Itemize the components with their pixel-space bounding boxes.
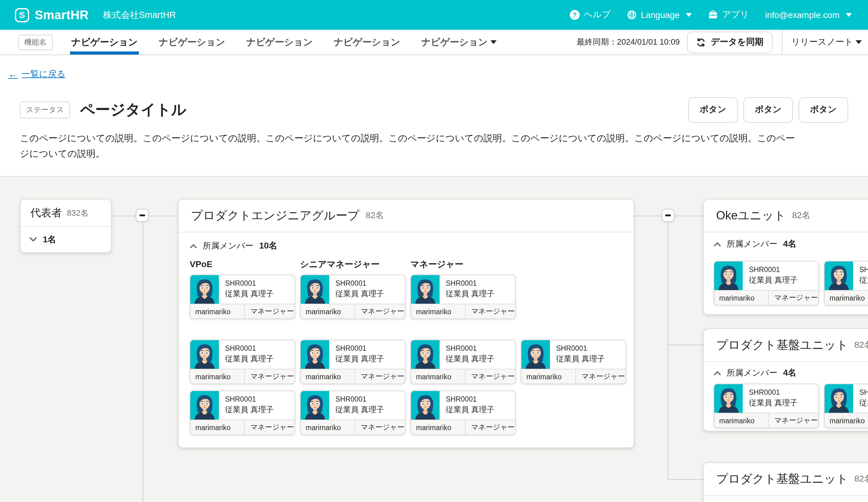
member-card-row: SHR0001 従業員 真理子 marimariko マネージャー (714, 261, 868, 305)
member-card-footer: marimariko マネージャー (411, 304, 515, 318)
member-avatar-illustration (714, 384, 743, 413)
chevron-up-icon (190, 243, 197, 249)
members-section-label: 所属メンバー (727, 367, 777, 379)
member-avatar-illustration (825, 384, 853, 413)
group-title-row: プロダクト基盤ユニット 82名 (704, 463, 868, 496)
help-menu-item[interactable]: ? ヘルプ (569, 9, 610, 20)
member-card[interactable]: SHR0001 従業員 真理子 marimariko マネージャー (300, 390, 405, 435)
member-code: SHR0001 (335, 345, 384, 352)
org-node-expand-toggle[interactable]: 1名 (20, 227, 111, 252)
member-meta: SHR0001 従業員 真理子 (219, 275, 274, 304)
connector-line (668, 479, 704, 480)
member-card[interactable]: SHR0001 従業員 真理子 marimariko マネージャー (411, 390, 516, 435)
connector-line (674, 216, 703, 216)
member-username: marimariko (825, 414, 868, 428)
member-card-row-3: SHR0001 従業員 真理子 marimariko マネージャー (190, 390, 516, 435)
smarthr-logo[interactable]: S SmartHR 株式会社SmartHR (15, 8, 176, 22)
member-card-top: SHR0001 従業員 真理子 (190, 340, 294, 369)
header-utility-menu: ? ヘルプ Language アプリ (569, 9, 852, 20)
member-name: 従業員 真理子 (335, 405, 384, 415)
nav-item-4[interactable]: ナビゲーション (333, 30, 402, 54)
group-title: プロダクト基盤ユニット (716, 337, 848, 353)
member-code: SHR0001 (446, 395, 495, 403)
member-name: 従業員 真理子 (749, 275, 798, 286)
member-card[interactable]: SHR0001 従業員 真理子 marimariko マネージャー (190, 390, 295, 435)
members-section-toggle[interactable]: 所属メンバー 4名 (714, 367, 797, 379)
refresh-icon (696, 38, 706, 47)
help-icon: ? (569, 10, 579, 20)
release-notes-dropdown[interactable]: リリースノート (792, 36, 862, 48)
nav-item-3[interactable]: ナビゲーション (245, 30, 314, 54)
apps-menu-item[interactable]: アプリ (708, 9, 749, 20)
members-section-count: 4名 (783, 239, 797, 250)
member-card[interactable]: SHR0001 従業員 真理子 marimariko マネージャー (714, 261, 819, 305)
members-section-toggle[interactable]: 所属メンバー 4名 (714, 239, 797, 250)
briefcase-icon (708, 10, 718, 20)
account-menu-item[interactable]: info@example.com (765, 10, 852, 20)
org-group-card-platform-unit-2: プロダクト基盤ユニット 82名 (703, 462, 868, 502)
member-card[interactable]: SHR0001 従業員 真理子 marimariko マネージャー (300, 339, 405, 384)
back-to-list-link[interactable]: ← 一覧に戻る (8, 69, 65, 80)
nav-items: ナビゲーション ナビゲーション ナビゲーション ナビゲーション ナビゲーション (70, 30, 497, 54)
members-section-toggle[interactable]: 所属メンバー 10名 (190, 240, 278, 252)
member-avatar-illustration (190, 275, 219, 304)
action-button-1[interactable]: ボタン (688, 97, 738, 123)
collapse-button[interactable] (662, 209, 674, 222)
member-username: marimariko (521, 369, 576, 384)
member-card-footer: marimariko マネージャー (411, 420, 515, 435)
member-card-row-2: SHR0001 従業員 真理子 marimariko マネージャー (190, 339, 626, 384)
member-meta: SHR0001 従業員 真理子 (853, 384, 868, 413)
company-name: 株式会社SmartHR (103, 9, 176, 21)
member-meta: SHR0001 従業員 真理子 (329, 391, 384, 420)
nav-item-2[interactable]: ナビゲーション (157, 30, 226, 54)
member-card-footer: marimariko マネージャー (825, 290, 868, 305)
action-button-3[interactable]: ボタン (798, 97, 848, 123)
sync-data-button[interactable]: データを同期 (687, 31, 773, 53)
member-card[interactable]: SHR0001 従業員 真理子 marimariko マネージャー (190, 339, 295, 384)
member-card[interactable]: SHR0001 従業員 真理子 marimariko マネージャー (411, 274, 516, 319)
member-code: SHR0001 (225, 345, 274, 352)
member-avatar-illustration (190, 340, 219, 369)
member-card-top: SHR0001 従業員 真理子 (190, 275, 294, 304)
member-code: SHR0001 (556, 345, 605, 352)
collapse-button[interactable] (136, 209, 149, 222)
last-sync-timestamp: 最終同期：2024/01/01 10:09 (577, 36, 680, 48)
member-card[interactable]: SHR0001 従業員 真理子 marimariko マネージャー (521, 339, 626, 384)
page-action-buttons: ボタン ボタン ボタン (688, 97, 848, 123)
sync-data-button-label: データを同期 (711, 36, 764, 48)
member-role: マネージャー (245, 420, 294, 435)
member-card[interactable]: SHR0001 従業員 真理子 marimariko マネージャー (300, 274, 405, 319)
nav-item-1-active[interactable]: ナビゲーション (70, 30, 139, 54)
org-node-root: 代表者 832名 1名 (20, 199, 112, 253)
member-username: marimariko (411, 369, 466, 384)
member-avatar-illustration (411, 340, 440, 369)
member-card[interactable]: SHR0001 従業員 真理子 marimariko マネージャー (411, 339, 516, 384)
member-meta: SHR0001 従業員 真理子 (329, 340, 384, 369)
connector-line (143, 222, 143, 502)
member-name: 従業員 真理子 (749, 398, 798, 408)
member-avatar-illustration (411, 391, 440, 420)
member-card[interactable]: SHR0001 従業員 真理子 marimariko マネージャー (824, 384, 868, 428)
chevron-up-icon (714, 242, 721, 247)
action-button-2[interactable]: ボタン (743, 97, 793, 123)
member-card-footer: marimariko マネージャー (825, 413, 868, 428)
member-username: marimariko (190, 304, 245, 318)
member-username: marimariko (714, 291, 769, 305)
org-node-count: 832名 (67, 207, 88, 218)
group-count: 82名 (854, 339, 868, 351)
member-card[interactable]: SHR0001 従業員 真理子 marimariko マネージャー (824, 261, 868, 305)
back-link-label: 一覧に戻る (22, 69, 65, 80)
member-card[interactable]: SHR0001 従業員 真理子 marimariko マネージャー (714, 384, 819, 428)
connector-line (149, 216, 178, 216)
member-code: SHR0001 (859, 266, 868, 273)
language-menu-item[interactable]: Language (627, 10, 692, 20)
member-role: マネージャー (769, 291, 818, 305)
member-meta: SHR0001 従業員 真理子 (329, 275, 384, 304)
member-card-top: SHR0001 従業員 真理子 (411, 275, 515, 304)
nav-item-5-dropdown[interactable]: ナビゲーション (420, 30, 497, 54)
member-card[interactable]: SHR0001 従業員 真理子 marimariko マネージャー (190, 274, 295, 319)
member-card-footer: marimariko マネージャー (714, 413, 818, 428)
members-section-label: 所属メンバー (727, 239, 777, 250)
member-card-top: SHR0001 従業員 真理子 (411, 391, 515, 420)
member-meta: SHR0001 従業員 真理子 (743, 384, 798, 413)
